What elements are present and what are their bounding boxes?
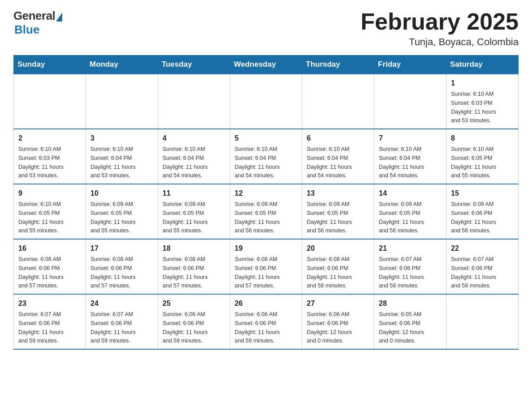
calendar-cell: 15Sunrise: 6:09 AM Sunset: 6:06 PM Dayli… <box>446 184 519 239</box>
day-number: 7 <box>379 133 442 144</box>
day-info: Sunrise: 6:10 AM Sunset: 6:04 PM Dayligh… <box>379 146 424 179</box>
calendar-cell: 11Sunrise: 6:09 AM Sunset: 6:05 PM Dayli… <box>158 184 230 239</box>
day-info: Sunrise: 6:08 AM Sunset: 6:06 PM Dayligh… <box>90 256 136 289</box>
day-number: 13 <box>307 188 369 199</box>
calendar-cell: 27Sunrise: 6:06 AM Sunset: 6:06 PM Dayli… <box>302 294 374 349</box>
day-number: 27 <box>307 298 369 309</box>
day-number: 16 <box>18 243 81 254</box>
day-number: 22 <box>451 243 514 254</box>
calendar-week-row: 1Sunrise: 6:10 AM Sunset: 6:03 PM Daylig… <box>14 74 519 129</box>
day-info: Sunrise: 6:10 AM Sunset: 6:03 PM Dayligh… <box>18 146 64 179</box>
calendar-cell: 3Sunrise: 6:10 AM Sunset: 6:04 PM Daylig… <box>86 129 158 184</box>
calendar-cell: 24Sunrise: 6:07 AM Sunset: 6:06 PM Dayli… <box>86 294 158 349</box>
day-number: 14 <box>379 188 442 199</box>
day-number: 24 <box>90 298 153 309</box>
location-title: Tunja, Boyaca, Colombia <box>360 36 519 48</box>
day-number: 6 <box>307 133 369 144</box>
calendar-week-row: 9Sunrise: 6:10 AM Sunset: 6:05 PM Daylig… <box>14 184 519 239</box>
day-number: 25 <box>163 298 225 309</box>
title-area: February 2025 Tunja, Boyaca, Colombia <box>360 9 519 48</box>
day-info: Sunrise: 6:08 AM Sunset: 6:06 PM Dayligh… <box>235 256 280 289</box>
day-info: Sunrise: 6:06 AM Sunset: 6:06 PM Dayligh… <box>235 311 280 344</box>
calendar-cell: 16Sunrise: 6:08 AM Sunset: 6:06 PM Dayli… <box>14 239 86 294</box>
calendar-header-row: SundayMondayTuesdayWednesdayThursdayFrid… <box>14 56 519 74</box>
calendar-cell: 22Sunrise: 6:07 AM Sunset: 6:06 PM Dayli… <box>446 239 519 294</box>
weekday-header-saturday: Saturday <box>446 56 519 74</box>
calendar-cell: 17Sunrise: 6:08 AM Sunset: 6:06 PM Dayli… <box>86 239 158 294</box>
day-info: Sunrise: 6:09 AM Sunset: 6:05 PM Dayligh… <box>235 201 280 234</box>
weekday-header-friday: Friday <box>374 56 446 74</box>
calendar-week-row: 2Sunrise: 6:10 AM Sunset: 6:03 PM Daylig… <box>14 129 519 184</box>
calendar-cell: 26Sunrise: 6:06 AM Sunset: 6:06 PM Dayli… <box>230 294 302 349</box>
calendar-table: SundayMondayTuesdayWednesdayThursdayFrid… <box>13 55 519 350</box>
calendar-cell: 9Sunrise: 6:10 AM Sunset: 6:05 PM Daylig… <box>14 184 86 239</box>
calendar-cell: 20Sunrise: 6:08 AM Sunset: 6:06 PM Dayli… <box>302 239 374 294</box>
weekday-header-thursday: Thursday <box>302 56 374 74</box>
calendar-cell: 7Sunrise: 6:10 AM Sunset: 6:04 PM Daylig… <box>374 129 446 184</box>
calendar-cell <box>302 74 374 129</box>
day-info: Sunrise: 6:10 AM Sunset: 6:04 PM Dayligh… <box>163 146 208 179</box>
calendar-week-row: 16Sunrise: 6:08 AM Sunset: 6:06 PM Dayli… <box>14 239 519 294</box>
day-info: Sunrise: 6:10 AM Sunset: 6:04 PM Dayligh… <box>235 146 280 179</box>
day-number: 1 <box>451 78 514 89</box>
calendar-cell: 18Sunrise: 6:08 AM Sunset: 6:06 PM Dayli… <box>158 239 230 294</box>
weekday-header-wednesday: Wednesday <box>230 56 302 74</box>
day-number: 18 <box>163 243 225 254</box>
day-number: 23 <box>18 298 81 309</box>
day-info: Sunrise: 6:07 AM Sunset: 6:06 PM Dayligh… <box>451 256 496 289</box>
day-number: 12 <box>235 188 297 199</box>
day-number: 3 <box>90 133 153 144</box>
calendar-cell: 14Sunrise: 6:09 AM Sunset: 6:05 PM Dayli… <box>374 184 446 239</box>
day-info: Sunrise: 6:09 AM Sunset: 6:05 PM Dayligh… <box>379 201 424 234</box>
calendar-cell <box>86 74 158 129</box>
page-header: General Blue February 2025 Tunja, Boyaca… <box>13 9 519 48</box>
day-number: 26 <box>235 298 297 309</box>
month-title: February 2025 <box>360 9 519 34</box>
day-info: Sunrise: 6:05 AM Sunset: 6:06 PM Dayligh… <box>379 311 424 344</box>
day-number: 10 <box>90 188 153 199</box>
calendar-cell: 12Sunrise: 6:09 AM Sunset: 6:05 PM Dayli… <box>230 184 302 239</box>
day-info: Sunrise: 6:09 AM Sunset: 6:05 PM Dayligh… <box>90 201 136 234</box>
calendar-cell: 8Sunrise: 6:10 AM Sunset: 6:05 PM Daylig… <box>446 129 519 184</box>
day-info: Sunrise: 6:10 AM Sunset: 6:04 PM Dayligh… <box>307 146 352 179</box>
weekday-header-tuesday: Tuesday <box>158 56 230 74</box>
calendar-cell: 4Sunrise: 6:10 AM Sunset: 6:04 PM Daylig… <box>158 129 230 184</box>
calendar-cell: 6Sunrise: 6:10 AM Sunset: 6:04 PM Daylig… <box>302 129 374 184</box>
calendar-cell: 23Sunrise: 6:07 AM Sunset: 6:06 PM Dayli… <box>14 294 86 349</box>
day-number: 8 <box>451 133 514 144</box>
day-number: 5 <box>235 133 297 144</box>
calendar-cell: 5Sunrise: 6:10 AM Sunset: 6:04 PM Daylig… <box>230 129 302 184</box>
day-info: Sunrise: 6:07 AM Sunset: 6:06 PM Dayligh… <box>90 311 136 344</box>
day-info: Sunrise: 6:09 AM Sunset: 6:06 PM Dayligh… <box>451 201 496 234</box>
day-info: Sunrise: 6:09 AM Sunset: 6:05 PM Dayligh… <box>163 201 208 234</box>
day-info: Sunrise: 6:08 AM Sunset: 6:06 PM Dayligh… <box>307 256 352 289</box>
calendar-cell <box>446 294 519 349</box>
calendar-cell <box>230 74 302 129</box>
day-number: 28 <box>379 298 442 309</box>
day-info: Sunrise: 6:10 AM Sunset: 6:05 PM Dayligh… <box>451 146 496 179</box>
calendar-cell: 1Sunrise: 6:10 AM Sunset: 6:03 PM Daylig… <box>446 74 519 129</box>
calendar-cell: 13Sunrise: 6:09 AM Sunset: 6:05 PM Dayli… <box>302 184 374 239</box>
day-info: Sunrise: 6:08 AM Sunset: 6:06 PM Dayligh… <box>18 256 64 289</box>
day-info: Sunrise: 6:08 AM Sunset: 6:06 PM Dayligh… <box>163 256 208 289</box>
logo-triangle-icon <box>56 13 62 21</box>
calendar-cell <box>374 74 446 129</box>
calendar-cell: 28Sunrise: 6:05 AM Sunset: 6:06 PM Dayli… <box>374 294 446 349</box>
weekday-header-sunday: Sunday <box>14 56 86 74</box>
day-number: 17 <box>90 243 153 254</box>
day-number: 4 <box>163 133 225 144</box>
logo-blue-text: Blue <box>14 23 39 37</box>
calendar-cell <box>14 74 86 129</box>
day-info: Sunrise: 6:07 AM Sunset: 6:06 PM Dayligh… <box>379 256 424 289</box>
calendar-cell <box>158 74 230 129</box>
day-number: 9 <box>18 188 81 199</box>
calendar-cell: 21Sunrise: 6:07 AM Sunset: 6:06 PM Dayli… <box>374 239 446 294</box>
day-info: Sunrise: 6:09 AM Sunset: 6:05 PM Dayligh… <box>307 201 352 234</box>
logo-general-text: General <box>13 9 55 23</box>
calendar-cell: 25Sunrise: 6:06 AM Sunset: 6:06 PM Dayli… <box>158 294 230 349</box>
day-number: 20 <box>307 243 369 254</box>
day-number: 19 <box>235 243 297 254</box>
day-info: Sunrise: 6:06 AM Sunset: 6:06 PM Dayligh… <box>307 311 352 344</box>
weekday-header-monday: Monday <box>86 56 158 74</box>
calendar-cell: 2Sunrise: 6:10 AM Sunset: 6:03 PM Daylig… <box>14 129 86 184</box>
